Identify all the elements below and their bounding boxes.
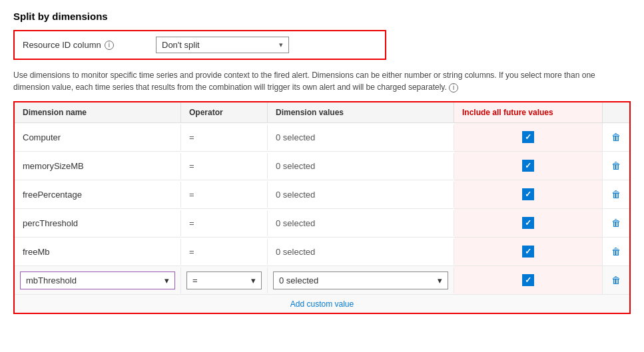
edit-operator[interactable]: = ▾ — [181, 267, 268, 293]
chevron-down-icon: ▾ — [251, 275, 256, 285]
dimension-values-3[interactable]: 0 selected — [268, 210, 454, 236]
edit-name-value: mbThreshold — [26, 275, 77, 285]
dimension-values-2[interactable]: 0 selected — [268, 182, 454, 208]
dimension-name-0: Computer — [15, 124, 181, 150]
operator-4: = — [181, 239, 268, 265]
table-row: freePercentage = 0 selected 🗑 — [15, 180, 629, 209]
dimension-values-0[interactable]: 0 selected — [268, 124, 454, 150]
chevron-down-icon: ▾ — [279, 41, 283, 49]
description-text: Use dimensions to monitor specific time … — [13, 69, 613, 93]
delete-row-3[interactable]: 🗑 — [603, 210, 629, 236]
dimension-name-2: freePercentage — [15, 182, 181, 208]
delete-row-1[interactable]: 🗑 — [603, 152, 629, 179]
checkbox-0[interactable] — [522, 131, 534, 143]
delete-row-0[interactable]: 🗑 — [603, 124, 629, 150]
col-header-include-all-future: Include all future values — [454, 102, 603, 122]
table-header: Dimension name Operator Dimension values… — [15, 102, 629, 123]
add-custom-row: Add custom value — [15, 294, 629, 313]
operator-3: = — [181, 210, 268, 236]
dimension-name-1: memorySizeMB — [15, 153, 181, 179]
checkbox-edit[interactable] — [522, 274, 534, 286]
col-header-actions — [603, 102, 629, 122]
checkbox-2[interactable] — [522, 188, 534, 200]
page-title: Split by dimensions — [13, 11, 631, 22]
dimensions-table: Dimension name Operator Dimension values… — [13, 101, 631, 314]
include-future-4[interactable] — [454, 238, 603, 265]
delete-row-4[interactable]: 🗑 — [603, 238, 629, 265]
dimension-values-1[interactable]: 0 selected — [268, 153, 454, 179]
col-header-operator: Operator — [181, 102, 268, 122]
dimension-name-3: percThreshold — [15, 210, 181, 236]
values-dropdown[interactable]: 0 selected ▾ — [273, 271, 448, 289]
operator-dropdown[interactable]: = ▾ — [186, 271, 262, 289]
add-custom-value-link[interactable]: Add custom value — [290, 299, 354, 309]
resource-id-text: Resource ID column — [23, 40, 101, 50]
edit-values-value: 0 selected — [279, 275, 318, 285]
edit-operator-value: = — [192, 275, 198, 285]
include-future-0[interactable] — [454, 123, 603, 151]
table-row: Computer = 0 selected 🗑 — [15, 123, 629, 152]
dimension-name-4: freeMb — [15, 239, 181, 265]
chevron-down-icon: ▾ — [164, 275, 169, 285]
include-future-1[interactable] — [454, 152, 603, 180]
checkbox-4[interactable] — [522, 246, 534, 258]
include-future-3[interactable] — [454, 209, 603, 237]
edit-row: mbThreshold ▾ = ▾ 0 selected ▾ 🗑 — [15, 266, 629, 294]
col-header-dimension-values: Dimension values — [268, 102, 454, 122]
table-body: Computer = 0 selected 🗑 memorySizeMB = 0… — [15, 123, 629, 313]
edit-dimension-values[interactable]: 0 selected ▾ — [268, 267, 454, 293]
chevron-down-icon: ▾ — [438, 275, 442, 285]
edit-dimension-name[interactable]: mbThreshold ▾ — [15, 267, 181, 293]
table-row: freeMb = 0 selected 🗑 — [15, 238, 629, 266]
operator-0: = — [181, 124, 268, 150]
checkbox-1[interactable] — [522, 160, 534, 172]
resource-id-value: Don't split — [162, 40, 200, 50]
checkbox-3[interactable] — [522, 217, 534, 229]
operator-2: = — [181, 182, 268, 208]
table-row: percThreshold = 0 selected 🗑 — [15, 209, 629, 238]
table-row: memorySizeMB = 0 selected 🗑 — [15, 152, 629, 180]
operator-1: = — [181, 153, 268, 179]
include-future-2[interactable] — [454, 180, 603, 208]
dimension-values-4[interactable]: 0 selected — [268, 239, 454, 265]
delete-edit-row[interactable]: 🗑 — [603, 267, 629, 293]
resource-id-info-icon[interactable]: i — [105, 41, 114, 50]
dimension-name-dropdown[interactable]: mbThreshold ▾ — [20, 271, 175, 289]
delete-row-2[interactable]: 🗑 — [603, 181, 629, 208]
resource-id-label: Resource ID column i — [23, 40, 156, 50]
description-info-icon[interactable]: i — [449, 83, 458, 92]
col-header-dimension-name: Dimension name — [15, 102, 181, 122]
resource-id-section: Resource ID column i Don't split ▾ — [13, 30, 386, 60]
resource-id-dropdown[interactable]: Don't split ▾ — [156, 37, 289, 53]
include-future-edit[interactable] — [454, 266, 603, 294]
